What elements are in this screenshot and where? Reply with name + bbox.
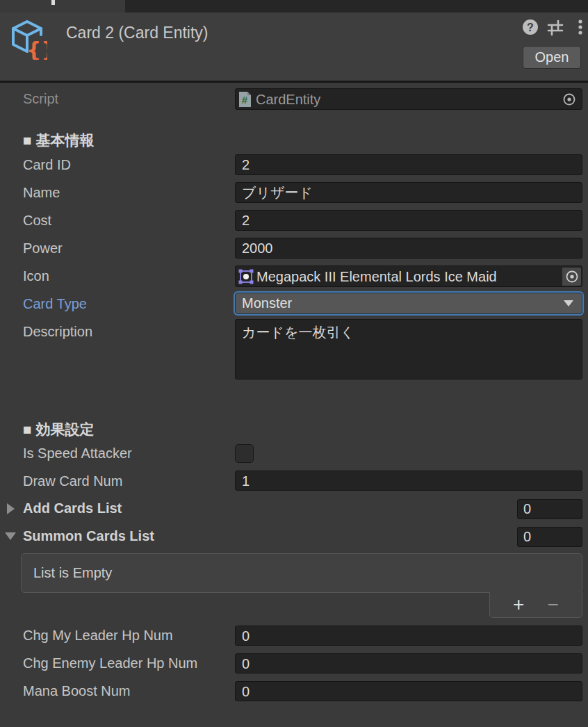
inspector-tab[interactable] bbox=[0, 0, 125, 13]
foldout-expanded-icon[interactable] bbox=[5, 532, 16, 540]
header-divider bbox=[0, 81, 588, 83]
svg-text:{}: {} bbox=[26, 38, 47, 60]
script-label: Script bbox=[23, 91, 58, 107]
script-object-value: CardEntity bbox=[256, 90, 562, 109]
list-remove-button[interactable]: − bbox=[548, 594, 559, 615]
scriptable-object-icon: {} bbox=[8, 18, 47, 60]
chg-my-leader-hp-num-label: Chg My Leader Hp Num bbox=[23, 628, 173, 644]
chg-enemy-leader-hp-num-label: Chg Enemy Leader Hp Num bbox=[23, 655, 197, 671]
mana-boost-num-label: Mana Boost Num bbox=[23, 683, 131, 699]
name-input[interactable]: ブリザード bbox=[235, 182, 582, 203]
foldout-collapsed-icon[interactable] bbox=[7, 503, 15, 514]
is-speed-attacker-label: Is Speed Attacker bbox=[23, 446, 132, 461]
open-button[interactable]: Open bbox=[523, 46, 581, 69]
description-textarea[interactable]: カードを一枚引く bbox=[235, 319, 582, 379]
card-id-input[interactable]: 2 bbox=[235, 154, 582, 175]
object-picker-icon bbox=[565, 270, 579, 284]
svg-text:?: ? bbox=[527, 22, 534, 33]
tab-label-fragment bbox=[51, 0, 55, 5]
icon-object-value: Megapack III Elemental Lords Ice Maid bbox=[256, 267, 562, 286]
list-add-button[interactable]: + bbox=[513, 594, 524, 615]
card-type-dropdown[interactable]: Monster bbox=[235, 293, 582, 314]
power-label: Power bbox=[23, 240, 63, 256]
is-speed-attacker-checkbox[interactable] bbox=[235, 444, 254, 463]
csharp-script-icon: # bbox=[238, 91, 252, 108]
icon-object-field[interactable]: Megapack III Elemental Lords Ice Maid bbox=[235, 266, 582, 287]
mana-boost-num-input[interactable]: 0 bbox=[235, 681, 582, 701]
tab-strip[interactable] bbox=[0, 0, 588, 13]
chg-enemy-leader-hp-num-input[interactable]: 0 bbox=[235, 653, 582, 673]
draw-card-num-input[interactable]: 1 bbox=[235, 471, 582, 491]
card-type-value: Monster bbox=[242, 293, 564, 313]
list-footer: + − bbox=[489, 592, 582, 618]
name-label: Name bbox=[23, 185, 60, 201]
presets-icon[interactable] bbox=[546, 18, 564, 36]
draw-card-num-label: Draw Card Num bbox=[23, 473, 122, 489]
help-icon[interactable]: ? bbox=[521, 18, 539, 36]
script-object-field: # CardEntity bbox=[235, 88, 582, 110]
more-menu-icon[interactable] bbox=[571, 18, 588, 36]
component-title: Card 2 (Card Entity) bbox=[66, 24, 209, 42]
chevron-down-icon bbox=[564, 300, 573, 307]
svg-text:#: # bbox=[242, 94, 248, 106]
icon-label: Icon bbox=[23, 268, 49, 284]
cost-input[interactable]: 2 bbox=[235, 210, 582, 231]
chg-my-leader-hp-num-input[interactable]: 0 bbox=[235, 626, 582, 646]
card-type-label: Card Type bbox=[23, 296, 87, 312]
sprite-icon bbox=[238, 268, 254, 285]
list-empty-text: List is Empty bbox=[33, 565, 112, 581]
add-cards-list-label[interactable]: Add Cards List bbox=[23, 500, 122, 516]
section-effect-settings: ■ 効果設定 bbox=[23, 420, 95, 439]
icon-picker-button[interactable] bbox=[562, 268, 581, 286]
object-picker-icon[interactable] bbox=[562, 92, 576, 106]
component-header: {} Card 2 (Card Entity) ? Open bbox=[0, 13, 588, 81]
add-cards-list-size-input[interactable]: 0 bbox=[517, 499, 582, 519]
summon-cards-list-label[interactable]: Summon Cards List bbox=[23, 528, 154, 544]
summon-cards-list-size-input[interactable]: 0 bbox=[517, 527, 582, 547]
cost-label: Cost bbox=[23, 213, 51, 229]
summon-cards-empty-list: List is Empty bbox=[21, 553, 582, 593]
description-label: Description bbox=[23, 324, 92, 340]
section-basic-info: ■ 基本情報 bbox=[23, 131, 95, 150]
power-input[interactable]: 2000 bbox=[235, 238, 582, 259]
card-id-label: Card ID bbox=[23, 157, 71, 173]
